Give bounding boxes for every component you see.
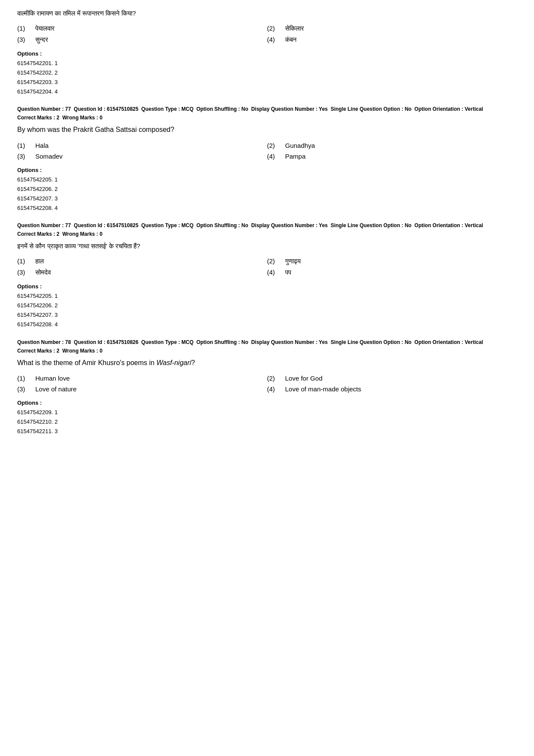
question-78-options: (1) Human love (2) Love for God (3) Love… (17, 374, 517, 394)
option-num: (1) (17, 375, 30, 382)
option-76-4: (4) कंबन (267, 35, 517, 44)
correct-marks-78: Correct Marks : 2 Wrong Marks : 0 (17, 348, 517, 354)
option-num: (2) (267, 257, 280, 265)
question-77b-meta: Question Number : 77 Question Id : 61547… (17, 222, 517, 229)
option-77b-3: (3) सोमदेव (17, 268, 267, 277)
options-label-77a: Options : (17, 167, 517, 173)
option-77a-2: (2) Gunadhya (267, 141, 517, 150)
answer-option[interactable]: 61547542206. 2 (17, 184, 517, 194)
option-num: (3) (17, 385, 30, 393)
question-77b: Question Number : 77 Question Id : 61547… (17, 222, 517, 329)
question-76-text: वाल्मीकि रामायण का तमिल में रूपान्तरण कि… (17, 9, 517, 18)
question-78: Question Number : 78 Question Id : 61547… (17, 338, 517, 437)
option-text: Love for God (285, 375, 323, 382)
option-num: (1) (17, 257, 30, 265)
option-text: Human love (35, 375, 70, 382)
option-num: (2) (267, 375, 280, 382)
answer-option[interactable]: 61547542202. 2 (17, 68, 517, 78)
option-text: Gunadhya (285, 142, 315, 149)
option-text: गुणाढ्य (285, 257, 301, 265)
options-list-78: 61547542209. 1 61547542210. 2 6154754221… (17, 408, 517, 436)
option-num: (4) (267, 269, 280, 276)
correct-marks-77a: Correct Marks : 2 Wrong Marks : 0 (17, 115, 517, 121)
option-77b-2: (2) गुणाढ्य (267, 256, 517, 266)
option-num: (2) (267, 142, 280, 149)
answer-option[interactable]: 61547542206. 2 (17, 301, 517, 310)
answer-option[interactable]: 61547542205. 1 (17, 175, 517, 184)
option-77a-3: (3) Somadev (17, 152, 267, 161)
correct-marks-77b: Correct Marks : 2 Wrong Marks : 0 (17, 231, 517, 237)
question-77a-text: By whom was the Prakrit Gatha Sattsai co… (17, 125, 517, 134)
question-78-meta: Question Number : 78 Question Id : 61547… (17, 338, 517, 346)
question-76-options: (1) पेयालवार (2) सेकिलार (3) सुन्दर (4) … (17, 24, 517, 44)
answer-option[interactable]: 61547542204. 4 (17, 87, 517, 97)
option-num: (4) (267, 36, 280, 43)
option-text: Somadev (35, 153, 62, 160)
option-text: सोमदेव (35, 269, 51, 276)
option-text: सेकिलार (285, 25, 304, 32)
answer-option[interactable]: 61547542203. 3 (17, 78, 517, 87)
option-text: Love of nature (35, 385, 77, 393)
option-78-2: (2) Love for God (267, 374, 517, 383)
option-78-3: (3) Love of nature (17, 384, 267, 394)
option-77a-1: (1) Hala (17, 141, 267, 150)
option-num: (3) (17, 153, 30, 160)
answer-option[interactable]: 61547542207. 3 (17, 310, 517, 320)
question-77a-meta: Question Number : 77 Question Id : 61547… (17, 105, 517, 113)
option-77b-4: (4) पप (267, 268, 517, 277)
question-77b-options: (1) हाल (2) गुणाढ्य (3) सोमदेव (4) पप (17, 256, 517, 277)
option-text: हाल (35, 257, 44, 265)
option-76-3: (3) सुन्दर (17, 35, 267, 44)
question-77b-text: इनमें से कौन प्राकृत काव्य 'गाथा सतसई' क… (17, 241, 517, 250)
option-num: (4) (267, 153, 280, 160)
option-78-4: (4) Love of man-made objects (267, 384, 517, 394)
option-78-1: (1) Human love (17, 374, 267, 383)
answer-option[interactable]: 61547542211. 3 (17, 427, 517, 436)
option-77a-4: (4) Pampa (267, 152, 517, 161)
option-text: Pampa (285, 153, 306, 160)
option-num: (1) (17, 25, 30, 32)
option-num: (4) (267, 385, 280, 393)
options-label-78: Options : (17, 400, 517, 406)
option-77b-1: (1) हाल (17, 256, 267, 266)
answer-option[interactable]: 61547542208. 4 (17, 320, 517, 329)
option-76-1: (1) पेयालवार (17, 24, 267, 33)
option-text: कंबन (285, 36, 297, 44)
option-num: (3) (17, 269, 30, 276)
options-list-77a: 61547542205. 1 61547542206. 2 6154754220… (17, 175, 517, 213)
italic-wasf: Wasf-nigari (156, 359, 191, 366)
option-text: पेयालवार (35, 25, 55, 32)
answer-option[interactable]: 61547542205. 1 (17, 291, 517, 301)
answer-option[interactable]: 61547542207. 3 (17, 194, 517, 203)
option-text: Hala (35, 142, 49, 149)
option-text: सुन्दर (35, 36, 48, 44)
option-num: (2) (267, 25, 280, 32)
options-list-77b: 61547542205. 1 61547542206. 2 6154754220… (17, 291, 517, 329)
option-76-2: (2) सेकिलार (267, 24, 517, 33)
question-77a: Question Number : 77 Question Id : 61547… (17, 105, 517, 213)
question-78-text: What is the theme of Amir Khusro's poems… (17, 358, 517, 368)
answer-option[interactable]: 61547542209. 1 (17, 408, 517, 417)
option-num: (3) (17, 36, 30, 43)
options-list-76: 61547542201. 1 61547542202. 2 6154754220… (17, 59, 517, 97)
option-text: Love of man-made objects (285, 385, 361, 393)
options-label-76: Options : (17, 50, 517, 57)
question-76: वाल्मीकि रामायण का तमिल में रूपान्तरण कि… (17, 9, 517, 97)
option-num: (1) (17, 142, 30, 149)
options-label-77b: Options : (17, 283, 517, 290)
question-77a-options: (1) Hala (2) Gunadhya (3) Somadev (4) Pa… (17, 141, 517, 161)
answer-option[interactable]: 61547542210. 2 (17, 417, 517, 427)
answer-option[interactable]: 61547542201. 1 (17, 59, 517, 68)
option-text: पप (285, 269, 291, 276)
answer-option[interactable]: 61547542208. 4 (17, 203, 517, 213)
